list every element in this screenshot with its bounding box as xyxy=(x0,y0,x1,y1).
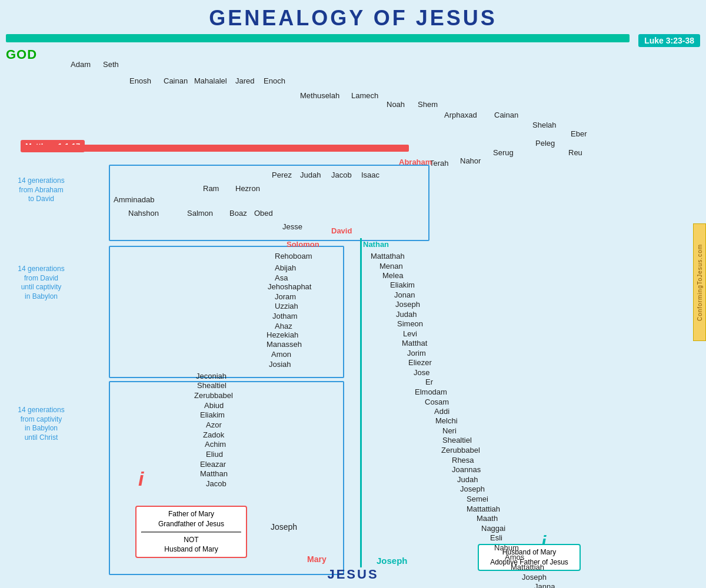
solomon-line-zadok: Zadok xyxy=(203,430,224,439)
gen-label-3: 14 generationsfrom captivityin Babylonun… xyxy=(12,406,71,442)
nathan-line-simeon: Simeon xyxy=(397,319,423,328)
solomon-line-azor: Azor xyxy=(206,420,222,429)
nathan-line-maath: Maath xyxy=(477,514,498,523)
matthew-ancestor-hezron: Hezron xyxy=(235,184,260,193)
luke-ancestor-nahor: Nahor xyxy=(460,156,481,165)
nathan-line-rhesa: Rhesa xyxy=(452,456,474,465)
gen-label-2: 14 generationsfrom Daviduntil captivityi… xyxy=(12,265,71,301)
nathan-line-mattathah: Mattathah xyxy=(371,252,405,260)
matthew-ancestor-salmon: Salmon xyxy=(187,209,213,218)
matthew-ancestor-jacob: Jacob xyxy=(331,171,352,179)
matthew-ancestor-obed: Obed xyxy=(254,209,273,218)
solomon-line-jacob: Jacob xyxy=(206,479,227,488)
matthew-ancestor-perez: Perez xyxy=(272,171,292,179)
note-father-box: Father of MaryGrandfather of Jesus NOTHu… xyxy=(135,506,247,558)
blue-box-2 xyxy=(109,246,344,378)
nathan-line-joseph: Joseph xyxy=(395,300,420,309)
matthew-ancestor-nathan: Nathan xyxy=(363,240,389,249)
nathan-line-addi: Addi xyxy=(434,407,449,416)
nathan-line-jonan: Jonan xyxy=(394,290,415,299)
page-title: GENEALOGY OF JESUS xyxy=(0,0,706,33)
solomon-line-abijah: Abijah xyxy=(275,263,296,272)
nathan-line-joseph: Joseph xyxy=(522,573,547,582)
solomon-line-jotham: Jotham xyxy=(272,312,298,320)
mary-label: Mary xyxy=(307,554,327,564)
solomon-line-eliud: Eliud xyxy=(206,450,223,459)
matthew-ancestor-solomon: Solomon xyxy=(287,240,319,249)
solomon-line-manasseh: Manasseh xyxy=(267,340,302,349)
nathan-line-matthat: Matthat xyxy=(402,339,427,348)
nathan-line-er: Er xyxy=(425,377,433,386)
nathan-line-nahum: Nahum xyxy=(494,543,519,552)
solomon-line-eleazar: Eleazar xyxy=(200,460,226,469)
solomon-line-abiud: Abiud xyxy=(204,401,224,410)
nathan-line-judah: Judah xyxy=(457,475,478,484)
blue-box-1 xyxy=(109,165,429,241)
solomon-line-matthan: Matthan xyxy=(200,469,228,478)
solomon-line-josiah: Josiah xyxy=(269,360,291,369)
note-father-text: Father of MaryGrandfather of Jesus xyxy=(158,510,224,528)
nathan-line-neri: Neri xyxy=(442,426,457,435)
matthew-ancestor-ram: Ram xyxy=(203,184,219,193)
nathan-line-naggai: Naggai xyxy=(481,524,505,533)
matthew-ancestor-judah: Judah xyxy=(300,171,321,179)
solomon-line-achim: Achim xyxy=(205,440,226,449)
luke-ancestor-peleg: Peleg xyxy=(535,139,555,148)
solomon-line-jeconiah: Jeconiah xyxy=(196,372,227,380)
luke-badge: Luke 3:23-38 xyxy=(638,34,700,47)
solomon-line-joram: Joram xyxy=(275,292,296,301)
nathan-line-levi: Levi xyxy=(403,329,417,338)
matthew-ancestor-amminadab: Amminadab xyxy=(114,195,154,204)
matthew-ancestor-isaac: Isaac xyxy=(361,171,379,179)
nathan-line-elmodam: Elmodam xyxy=(415,387,447,396)
green-vertical-line xyxy=(360,238,362,567)
luke-ancestor-cainan: Cainan xyxy=(494,111,518,119)
luke-ancestor-lamech: Lamech xyxy=(351,91,378,100)
luke-ancestor-terah: Terah xyxy=(429,159,449,168)
luke-ancestor-cainan: Cainan xyxy=(164,76,188,85)
solomon-line-amon: Amon xyxy=(271,350,291,359)
nathan-line-eliezer: Eliezer xyxy=(408,358,432,367)
god-label: GOD xyxy=(6,47,37,62)
nathan-line-melea: Melea xyxy=(382,271,403,280)
solomon-line-joseph: Joseph xyxy=(271,522,297,532)
solomon-line-rehoboam: Rehoboam xyxy=(275,252,312,260)
luke-ancestor-eber: Eber xyxy=(571,129,587,138)
nathan-line-mattattiah: Mattattiah xyxy=(467,505,500,513)
solomon-line-uzziah: Uzziah xyxy=(275,302,298,310)
gen-label-1: 14 generationsfrom Abrahamto David xyxy=(12,176,71,204)
nathan-line-judah: Judah xyxy=(396,310,417,319)
matthew-ancestor-abraham: Abraham xyxy=(399,158,432,166)
luke-ancestor-arphaxad: Arphaxad xyxy=(444,111,477,119)
nathan-line-semei: Semei xyxy=(467,495,488,503)
jesus-label: JESUS xyxy=(327,567,378,582)
green-bar xyxy=(6,34,630,42)
matthew-ancestor-boaz: Boaz xyxy=(229,209,247,218)
nathan-line-jorim: Jorim xyxy=(407,349,426,358)
matthew-ancestor-jesse: Jesse xyxy=(282,222,302,231)
nathan-line-joseph: Joseph xyxy=(460,485,485,493)
luke-ancestor-shelah: Shelah xyxy=(532,121,556,129)
nathan-line-janna: Janna xyxy=(534,582,555,588)
info-icon-left: i xyxy=(138,467,144,490)
matthew-ancestor-nahshon: Nahshon xyxy=(128,209,159,218)
solomon-line-hezekiah: Hezekiah xyxy=(267,330,298,339)
nathan-line-joseph: Joseph xyxy=(377,556,408,566)
matthew-bar xyxy=(21,145,409,152)
luke-ancestor-enosh: Enosh xyxy=(129,76,151,85)
watermark: ConformingToJesus.com xyxy=(693,223,706,341)
luke-ancestor-jared: Jared xyxy=(235,76,255,85)
nathan-line-menan: Menan xyxy=(379,262,403,270)
solomon-line-jehoshaphat: Jehoshaphat xyxy=(268,282,311,291)
solomon-line-ahaz: Ahaz xyxy=(275,322,292,330)
luke-ancestor-reu: Reu xyxy=(568,148,582,157)
nathan-line-jose: Jose xyxy=(414,368,429,377)
luke-ancestor-shem: Shem xyxy=(418,100,438,109)
solomon-line-zerubbabel: Zerubbabel xyxy=(194,391,233,400)
solomon-line-eliakim: Eliakim xyxy=(200,410,225,419)
luke-ancestor-noah: Noah xyxy=(387,100,405,109)
nathan-line-zerubbabel: Zerubbabel xyxy=(441,446,480,455)
nathan-line-eliakim: Eliakim xyxy=(390,280,415,289)
nathan-line-esli: Esli xyxy=(490,533,502,542)
luke-ancestor-enoch: Enoch xyxy=(264,76,285,85)
